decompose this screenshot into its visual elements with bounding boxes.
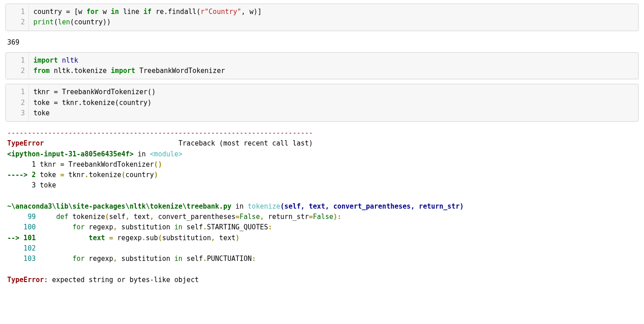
gutter-1: 1 2: [6, 4, 29, 31]
gutter-2: 1 2: [6, 53, 29, 79]
code-area-3[interactable]: tknr = TreebankWordTokenizer() toke = tk…: [29, 84, 638, 121]
code-area-1[interactable]: country = [w for w in line if re.findall…: [29, 4, 638, 31]
code-cell-3[interactable]: 1 2 3 tknr = TreebankWordTokenizer() tok…: [5, 84, 639, 122]
traceback-output: ----------------------------------------…: [5, 126, 639, 290]
code-cell-2[interactable]: 1 2 import nltk from nltk.tokenize impor…: [5, 52, 639, 80]
code-area-2[interactable]: import nltk from nltk.tokenize import Tr…: [29, 53, 638, 79]
output-1: 369: [5, 36, 639, 52]
code-cell-1[interactable]: 1 2 country = [w for w in line if re.fin…: [5, 4, 639, 31]
gutter-3: 1 2 3: [6, 84, 29, 121]
